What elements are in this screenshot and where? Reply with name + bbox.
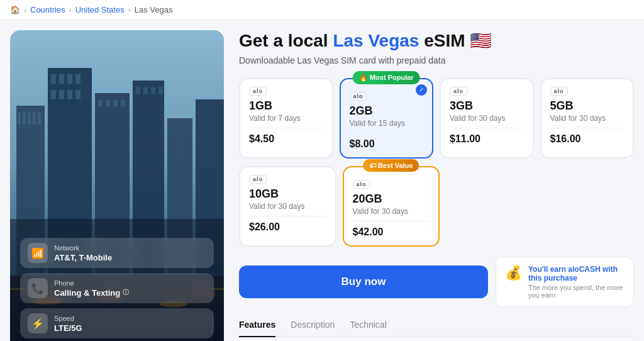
speed-icon: ⚡ <box>28 313 48 333</box>
plan-divider-10gb <box>249 216 326 216</box>
speed-label: Speed <box>54 315 82 322</box>
plan-validity-2gb: Valid for 15 days <box>350 119 424 128</box>
svg-rect-10 <box>67 74 72 84</box>
breadcrumb: 🏠 › Countries › United States › Las Vega… <box>0 0 644 20</box>
plan-data-10gb: 10GB <box>249 187 326 201</box>
svg-rect-2 <box>18 112 21 125</box>
phone-icon: 📞 <box>28 278 48 298</box>
plan-price-3gb: $11.00 <box>450 133 524 145</box>
home-icon[interactable]: 🏠 <box>10 5 20 14</box>
breadcrumb-current: Las Vegas <box>135 5 173 14</box>
cashback-box: 💰 You'll earn aloCASH with this purchase… <box>496 257 634 307</box>
svg-rect-15 <box>75 90 80 99</box>
phone-info-card: 📞 Phone Calling & Texting ⓘ <box>20 273 214 303</box>
plan-divider-20gb <box>353 221 430 221</box>
buy-now-button[interactable]: Buy now <box>239 266 488 298</box>
plan-data-5gb: 5GB <box>550 99 625 113</box>
plan-divider-2gb <box>350 133 424 133</box>
breadcrumb-united-states[interactable]: United States <box>75 5 125 14</box>
svg-rect-11 <box>75 74 80 84</box>
plan-divider-5gb <box>550 128 625 128</box>
breadcrumb-separator-2: › <box>69 6 72 14</box>
carrier-logo-2gb: alo <box>350 92 424 101</box>
plan-data-3gb: 3GB <box>450 99 524 113</box>
svg-rect-12 <box>51 90 56 99</box>
network-info-text: Network AT&T, T-Mobile <box>54 244 112 262</box>
carrier-logo-3gb: alo <box>450 87 524 96</box>
plan-card-20gb[interactable]: 🏷 Best Value alo 20GB Valid for 30 days … <box>343 166 440 247</box>
speed-info-card: ⚡ Speed LTE/5G <box>20 308 214 338</box>
main-container: 📶 Network AT&T, T-Mobile 📞 Phone Calling… <box>0 20 644 341</box>
plan-validity-10gb: Valid for 30 days <box>249 202 326 211</box>
cashback-subtitle: The more you spend, the more you earn <box>528 284 625 299</box>
svg-rect-14 <box>67 90 72 99</box>
plan-data-20gb: 20GB <box>353 193 430 206</box>
svg-rect-13 <box>59 90 64 99</box>
breadcrumb-separator: › <box>24 6 26 14</box>
speed-info-text: Speed LTE/5G <box>54 315 82 333</box>
title-prefix: Get a local <box>239 31 333 50</box>
breadcrumb-countries[interactable]: Countries <box>30 5 65 14</box>
svg-rect-8 <box>51 74 56 84</box>
svg-rect-20 <box>121 99 125 107</box>
svg-rect-19 <box>113 99 118 107</box>
svg-rect-24 <box>151 87 155 94</box>
svg-rect-6 <box>38 112 41 125</box>
popular-badge-wrap: 🔥 Most Popular <box>353 71 420 84</box>
plans-grid-row2: alo 10GB Valid for 30 days $26.00 🏷 Best… <box>239 166 440 247</box>
page-subtitle: Downloadable Las Vegas SIM card with pre… <box>239 55 634 65</box>
plan-validity-5gb: Valid for 30 days <box>550 114 625 123</box>
flag-emoji: 🇺🇸 <box>470 31 492 50</box>
plan-divider-1gb <box>249 128 323 128</box>
svg-rect-9 <box>59 74 64 84</box>
plan-card-2gb[interactable]: 🔥 Most Popular ✓ alo 2GB Valid for 15 da… <box>340 78 434 159</box>
tab-technical[interactable]: Technical <box>350 320 386 337</box>
svg-rect-4 <box>28 112 31 125</box>
svg-rect-22 <box>136 87 140 94</box>
phone-label: Phone <box>54 279 129 287</box>
plan-card-1gb[interactable]: alo 1GB Valid for 7 days $4.50 <box>239 78 333 159</box>
tab-description[interactable]: Description <box>291 320 335 337</box>
breadcrumb-separator-3: › <box>128 6 131 14</box>
selected-check: ✓ <box>416 84 427 96</box>
plan-data-1gb: 1GB <box>249 99 323 113</box>
info-overlay-cards: 📶 Network AT&T, T-Mobile 📞 Phone Calling… <box>20 238 214 338</box>
plan-price-10gb: $26.00 <box>249 221 326 233</box>
popular-badge: 🔥 Most Popular <box>353 71 420 84</box>
plan-card-3gb[interactable]: alo 3GB Valid for 30 days $11.00 <box>440 78 534 159</box>
phone-info-icon: ⓘ <box>123 288 129 297</box>
cashback-text: You'll earn aloCASH with this purchase T… <box>528 265 625 299</box>
carrier-logo-1gb: alo <box>249 87 323 96</box>
content-panel: Get a local Las Vegas eSIM 🇺🇸 Downloadab… <box>224 30 634 337</box>
plan-validity-1gb: Valid for 7 days <box>249 114 323 123</box>
network-icon: 📶 <box>28 243 48 263</box>
phone-info-text: Phone Calling & Texting ⓘ <box>54 279 129 298</box>
carrier-logo-10gb: alo <box>249 175 326 184</box>
buy-button-area: Buy now 💰 You'll earn aloCASH with this … <box>239 257 634 307</box>
title-suffix: eSIM <box>419 31 465 50</box>
plan-validity-3gb: Valid for 30 days <box>450 114 524 123</box>
plan-price-5gb: $16.00 <box>550 133 625 145</box>
svg-rect-3 <box>23 112 26 125</box>
network-value: AT&T, T-Mobile <box>54 253 112 262</box>
info-tabs: Features Description Technical <box>239 320 634 337</box>
plan-price-2gb: $8.00 <box>350 138 424 150</box>
plan-data-2gb: 2GB <box>350 104 424 118</box>
plan-card-10gb[interactable]: alo 10GB Valid for 30 days $26.00 <box>239 166 336 247</box>
network-label: Network <box>54 244 112 252</box>
cashback-title: You'll earn aloCASH with this purchase <box>528 265 625 282</box>
plan-validity-20gb: Valid for 30 days <box>353 207 430 216</box>
value-badge: 🏷 Best Value <box>363 159 419 172</box>
carrier-logo-20gb: alo <box>353 180 430 189</box>
plan-divider-3gb <box>450 128 524 128</box>
plans-grid-row1: alo 1GB Valid for 7 days $4.50 🔥 Most Po… <box>239 78 634 159</box>
tab-features[interactable]: Features <box>239 320 275 337</box>
svg-rect-17 <box>98 99 103 107</box>
phone-value: Calling & Texting ⓘ <box>54 288 129 298</box>
svg-rect-25 <box>158 87 163 94</box>
city-image-panel: 📶 Network AT&T, T-Mobile 📞 Phone Calling… <box>10 30 224 341</box>
value-badge-wrap: 🏷 Best Value <box>363 159 419 172</box>
svg-rect-23 <box>143 87 148 94</box>
plan-card-5gb[interactable]: alo 5GB Valid for 30 days $16.00 <box>540 78 635 159</box>
title-highlight: Las Vegas <box>333 31 419 50</box>
